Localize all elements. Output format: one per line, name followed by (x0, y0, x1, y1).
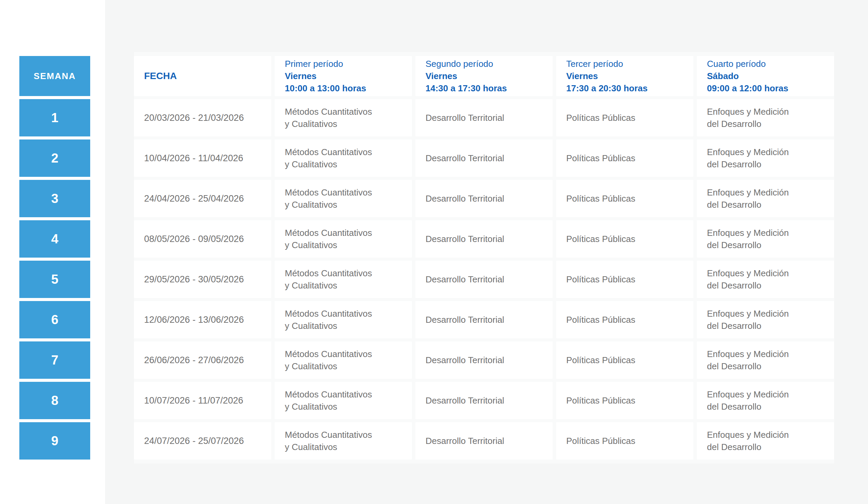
period-title: Cuarto período (707, 58, 824, 70)
date-range: 24/07/2026 - 25/07/2026 (144, 436, 261, 446)
cell-subject: Métodos Cuantitativos y Cualitativos (275, 422, 412, 460)
subject-name: Desarrollo Territorial (425, 112, 542, 124)
table-row: 20/03/2026 - 21/03/2026 Métodos Cuantita… (134, 99, 834, 137)
cell-subject: Políticas Públicas (556, 99, 693, 137)
date-range: 24/04/2026 - 25/04/2026 (144, 193, 261, 204)
subject-name: Enfoques y Medición del Desarrollo (707, 146, 824, 170)
header-cell-fecha: FECHA (134, 56, 271, 96)
period-day: Sábado (707, 70, 824, 82)
period-hours: 17:30 a 20:30 horas (566, 82, 683, 94)
subject-name: Enfoques y Medición del Desarrollo (707, 227, 824, 251)
period-hours: 10:00 a 13:00 horas (285, 82, 402, 94)
cell-subject: Métodos Cuantitativos y Cualitativos (275, 180, 412, 217)
table-row: 24/07/2026 - 25/07/2026 Métodos Cuantita… (134, 422, 834, 460)
cell-subject: Políticas Públicas (556, 382, 693, 419)
cell-subject: Desarrollo Territorial (415, 220, 553, 258)
table-row: 26/06/2026 - 27/06/2026 Métodos Cuantita… (134, 341, 834, 379)
week-number-box: 4 (19, 220, 90, 258)
cell-subject: Políticas Públicas (556, 341, 693, 379)
cell-subject: Desarrollo Territorial (415, 180, 553, 217)
cell-fecha: 12/06/2026 - 13/06/2026 (134, 301, 271, 339)
subject-name: Políticas Públicas (566, 192, 683, 205)
cell-subject: Métodos Cuantitativos y Cualitativos (275, 220, 412, 258)
fecha-header-label: FECHA (144, 71, 261, 81)
cell-subject: Políticas Públicas (556, 422, 693, 460)
subject-name: Enfoques y Medición del Desarrollo (707, 267, 824, 292)
table-row: 08/05/2026 - 09/05/2026 Métodos Cuantita… (134, 220, 834, 258)
subject-name: Métodos Cuantitativos y Cualitativos (285, 186, 402, 211)
subject-name: Enfoques y Medición del Desarrollo (707, 429, 824, 453)
cell-subject: Políticas Públicas (556, 220, 693, 258)
subject-name: Métodos Cuantitativos y Cualitativos (285, 146, 402, 170)
subject-name: Políticas Públicas (566, 273, 683, 285)
cell-subject: Métodos Cuantitativos y Cualitativos (275, 301, 412, 339)
subject-name: Enfoques y Medición del Desarrollo (707, 105, 824, 130)
subject-name: Políticas Públicas (566, 394, 683, 406)
cell-fecha: 20/03/2026 - 21/03/2026 (134, 99, 271, 137)
cell-fecha: 24/04/2026 - 25/04/2026 (134, 180, 271, 217)
cell-subject: Desarrollo Territorial (415, 261, 553, 298)
date-range: 20/03/2026 - 21/03/2026 (144, 113, 261, 123)
week-sidebar-stack: SEMANA 123456789 (19, 56, 90, 460)
date-range: 12/06/2026 - 13/06/2026 (144, 315, 261, 325)
cell-subject: Políticas Públicas (556, 140, 693, 177)
cell-subject: Enfoques y Medición del Desarrollo (697, 220, 834, 258)
cell-subject: Enfoques y Medición del Desarrollo (697, 261, 834, 298)
subject-name: Desarrollo Territorial (425, 152, 542, 164)
cell-subject: Enfoques y Medición del Desarrollo (697, 382, 834, 419)
subject-name: Desarrollo Territorial (425, 233, 542, 245)
cell-subject: Políticas Públicas (556, 180, 693, 217)
week-sidebar: SEMANA 123456789 (0, 0, 105, 504)
cell-fecha: 10/07/2026 - 11/07/2026 (134, 382, 271, 419)
cell-subject: Desarrollo Territorial (415, 140, 553, 177)
subject-name: Desarrollo Territorial (425, 354, 542, 366)
period-title: Segundo período (425, 58, 542, 70)
cell-fecha: 10/04/2026 - 11/04/2026 (134, 140, 271, 177)
subject-name: Políticas Públicas (566, 152, 683, 164)
cell-subject: Métodos Cuantitativos y Cualitativos (275, 341, 412, 379)
subject-name: Enfoques y Medición del Desarrollo (707, 186, 824, 211)
week-column-header: SEMANA (19, 56, 90, 96)
cell-subject: Métodos Cuantitativos y Cualitativos (275, 99, 412, 137)
subject-name: Desarrollo Territorial (425, 314, 542, 326)
cell-subject: Políticas Públicas (556, 261, 693, 298)
cell-subject: Métodos Cuantitativos y Cualitativos (275, 382, 412, 419)
subject-name: Desarrollo Territorial (425, 394, 542, 406)
cell-fecha: 29/05/2026 - 30/05/2026 (134, 261, 271, 298)
subject-name: Métodos Cuantitativos y Cualitativos (285, 388, 402, 413)
week-number-box: 8 (19, 382, 90, 419)
cell-subject: Métodos Cuantitativos y Cualitativos (275, 140, 412, 177)
header-cell-period: Segundo período Viernes 14:30 a 17:30 ho… (415, 56, 553, 96)
week-number-box: 6 (19, 301, 90, 339)
period-hours: 14:30 a 17:30 horas (425, 82, 542, 94)
table-row: 29/05/2026 - 30/05/2026 Métodos Cuantita… (134, 261, 834, 298)
subject-name: Políticas Públicas (566, 314, 683, 326)
subject-name: Políticas Públicas (566, 112, 683, 124)
cell-subject: Desarrollo Territorial (415, 422, 553, 460)
date-range: 10/04/2026 - 11/04/2026 (144, 153, 261, 164)
week-number-box: 3 (19, 180, 90, 217)
period-title: Tercer período (566, 58, 683, 70)
subject-name: Métodos Cuantitativos y Cualitativos (285, 227, 402, 251)
subject-name: Enfoques y Medición del Desarrollo (707, 348, 824, 372)
week-number-box: 5 (19, 261, 90, 298)
cell-fecha: 26/06/2026 - 27/06/2026 (134, 341, 271, 379)
cell-subject: Enfoques y Medición del Desarrollo (697, 140, 834, 177)
cell-subject: Desarrollo Territorial (415, 382, 553, 419)
period-day: Viernes (566, 70, 683, 82)
subject-name: Políticas Públicas (566, 435, 683, 447)
table-row: 10/04/2026 - 11/04/2026 Métodos Cuantita… (134, 140, 834, 177)
date-range: 29/05/2026 - 30/05/2026 (144, 274, 261, 285)
period-title: Primer período (285, 58, 402, 70)
cell-subject: Enfoques y Medición del Desarrollo (697, 422, 834, 460)
header-cell-period: Cuarto período Sábado 09:00 a 12:00 hora… (697, 56, 834, 96)
period-day: Viernes (285, 70, 402, 82)
subject-name: Desarrollo Territorial (425, 273, 542, 285)
week-number-box: 1 (19, 99, 90, 137)
week-number-box: 9 (19, 422, 90, 460)
header-cell-period: Primer período Viernes 10:00 a 13:00 hor… (275, 56, 412, 96)
subject-name: Políticas Públicas (566, 354, 683, 366)
period-hours: 09:00 a 12:00 horas (707, 82, 824, 94)
date-range: 26/06/2026 - 27/06/2026 (144, 355, 261, 365)
cell-subject: Enfoques y Medición del Desarrollo (697, 180, 834, 217)
